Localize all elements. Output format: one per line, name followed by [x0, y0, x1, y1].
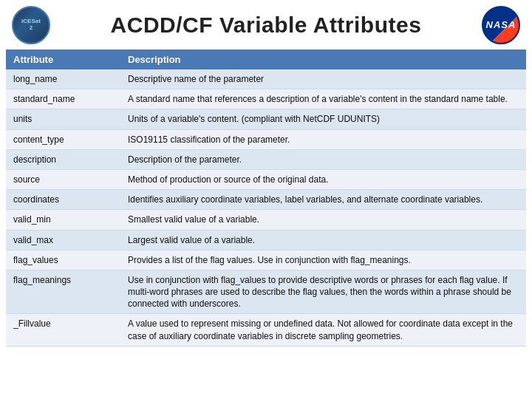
- cell-description: A standard name that references a descri…: [120, 89, 526, 109]
- logo-right: NASA: [479, 4, 523, 45]
- cell-attribute: _Fillvalue: [6, 314, 120, 346]
- cell-description: Use in conjunction with flag_values to p…: [120, 270, 526, 314]
- attributes-table: Attribute Description long_nameDescripti…: [6, 50, 526, 347]
- table-row: unitsUnits of a variable's content. (com…: [6, 109, 526, 129]
- cell-attribute: units: [6, 109, 120, 129]
- cell-attribute: valid_max: [6, 230, 120, 250]
- cell-description: Smallest valid value of a variable.: [120, 210, 526, 230]
- cell-description: Descriptive name of the parameter: [120, 69, 526, 89]
- cell-description: ISO19115 classification of the parameter…: [120, 129, 526, 149]
- table-row: flag_meaningsUse in conjunction with fla…: [6, 270, 526, 314]
- table-container: Attribute Description long_nameDescripti…: [0, 50, 532, 352]
- table-row: coordinatesIdentifies auxiliary coordina…: [6, 190, 526, 210]
- cell-attribute: long_name: [6, 69, 120, 89]
- cell-description: Method of production or source of the or…: [120, 169, 526, 189]
- icesat-logo: ICESat2: [12, 6, 50, 44]
- cell-attribute: standard_name: [6, 89, 120, 109]
- cell-attribute: flag_meanings: [6, 270, 120, 314]
- table-row: _FillvalueA value used to represent miss…: [6, 314, 526, 346]
- cell-description: A value used to represent missing or und…: [120, 314, 526, 346]
- cell-attribute: description: [6, 149, 120, 169]
- cell-attribute: source: [6, 169, 120, 189]
- cell-description: Identifies auxiliary coordinate variable…: [120, 190, 526, 210]
- cell-description: Description of the parameter.: [120, 149, 526, 169]
- cell-attribute: valid_min: [6, 210, 120, 230]
- header: ICESat2 ACDD/CF Variable Attributes NASA: [0, 0, 532, 50]
- cell-attribute: coordinates: [6, 190, 120, 210]
- table-row: standard_nameA standard name that refere…: [6, 89, 526, 109]
- table-header-row: Attribute Description: [6, 50, 526, 69]
- table-row: valid_minSmallest valid value of a varia…: [6, 210, 526, 230]
- cell-attribute: flag_values: [6, 250, 120, 270]
- table-row: content_typeISO19115 classification of t…: [6, 129, 526, 149]
- page-title: ACDD/CF Variable Attributes: [53, 13, 479, 38]
- cell-attribute: content_type: [6, 129, 120, 149]
- cell-description: Units of a variable's content. (complian…: [120, 109, 526, 129]
- table-row: descriptionDescription of the parameter.: [6, 149, 526, 169]
- table-row: long_nameDescriptive name of the paramet…: [6, 69, 526, 89]
- nasa-text: NASA: [486, 19, 516, 30]
- table-row: flag_valuesProvides a list of the flag v…: [6, 250, 526, 270]
- cell-description: Largest valid value of a variable.: [120, 230, 526, 250]
- nasa-logo: NASA: [482, 6, 520, 44]
- table-row: valid_maxLargest valid value of a variab…: [6, 230, 526, 250]
- table-row: sourceMethod of production or source of …: [6, 169, 526, 189]
- logo-left: ICESat2: [9, 4, 53, 45]
- col-header-description: Description: [120, 50, 526, 69]
- col-header-attribute: Attribute: [6, 50, 120, 69]
- cell-description: Provides a list of the flag values. Use …: [120, 250, 526, 270]
